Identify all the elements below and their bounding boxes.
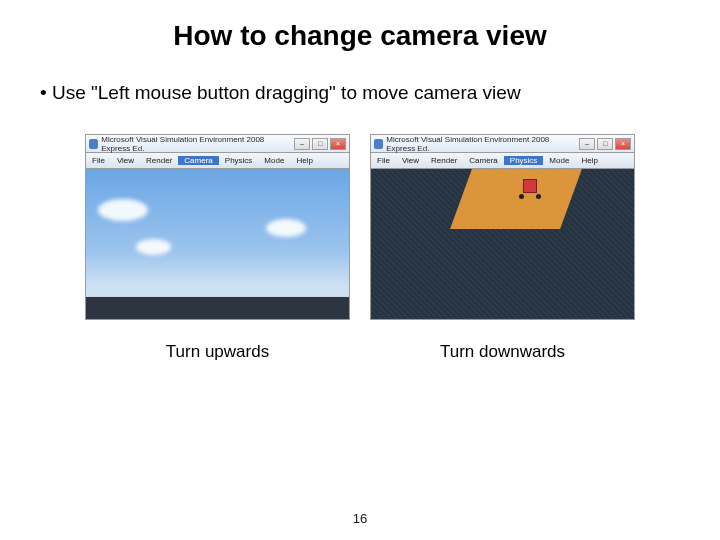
bullet-text: • Use "Left mouse button dragging" to mo… bbox=[40, 82, 690, 104]
titlebar-right: Microsoft Visual Simulation Environment … bbox=[371, 135, 634, 153]
viewport-sky[interactable] bbox=[86, 169, 349, 319]
menu-physics-selected[interactable]: Physics bbox=[504, 156, 544, 165]
menu-render[interactable]: Render bbox=[425, 156, 463, 165]
close-button[interactable]: × bbox=[615, 138, 631, 150]
robot-icon bbox=[519, 179, 541, 201]
orange-surface bbox=[450, 169, 582, 229]
menu-help[interactable]: Help bbox=[290, 156, 318, 165]
maximize-button[interactable]: □ bbox=[597, 138, 613, 150]
page-number: 16 bbox=[0, 511, 720, 526]
slide-title: How to change camera view bbox=[30, 20, 690, 52]
slide: How to change camera view • Use "Left mo… bbox=[0, 0, 720, 540]
menu-view[interactable]: View bbox=[111, 156, 140, 165]
menu-view[interactable]: View bbox=[396, 156, 425, 165]
menu-camera[interactable]: Camera bbox=[463, 156, 503, 165]
screenshots-row: Microsoft Visual Simulation Environment … bbox=[30, 134, 690, 362]
menu-mode[interactable]: Mode bbox=[543, 156, 575, 165]
minimize-button[interactable]: – bbox=[579, 138, 595, 150]
menu-render[interactable]: Render bbox=[140, 156, 178, 165]
menu-file[interactable]: File bbox=[371, 156, 396, 165]
menu-physics[interactable]: Physics bbox=[219, 156, 259, 165]
window-left: Microsoft Visual Simulation Environment … bbox=[85, 134, 350, 320]
app-icon bbox=[374, 139, 383, 149]
app-icon bbox=[89, 139, 98, 149]
menu-help[interactable]: Help bbox=[575, 156, 603, 165]
menubar-right: File View Render Camera Physics Mode Hel… bbox=[371, 153, 634, 169]
menu-file[interactable]: File bbox=[86, 156, 111, 165]
close-button[interactable]: × bbox=[330, 138, 346, 150]
maximize-button[interactable]: □ bbox=[312, 138, 328, 150]
right-column: Microsoft Visual Simulation Environment … bbox=[370, 134, 635, 362]
window-right: Microsoft Visual Simulation Environment … bbox=[370, 134, 635, 320]
minimize-button[interactable]: – bbox=[294, 138, 310, 150]
viewport-topdown[interactable] bbox=[371, 169, 634, 319]
menubar-left: File View Render Camera Physics Mode Hel… bbox=[86, 153, 349, 169]
caption-left: Turn upwards bbox=[166, 342, 269, 362]
window-title: Microsoft Visual Simulation Environment … bbox=[386, 135, 579, 153]
titlebar-left: Microsoft Visual Simulation Environment … bbox=[86, 135, 349, 153]
caption-right: Turn downwards bbox=[440, 342, 565, 362]
window-title: Microsoft Visual Simulation Environment … bbox=[101, 135, 294, 153]
left-column: Microsoft Visual Simulation Environment … bbox=[85, 134, 350, 362]
menu-camera-selected[interactable]: Camera bbox=[178, 156, 218, 165]
menu-mode[interactable]: Mode bbox=[258, 156, 290, 165]
